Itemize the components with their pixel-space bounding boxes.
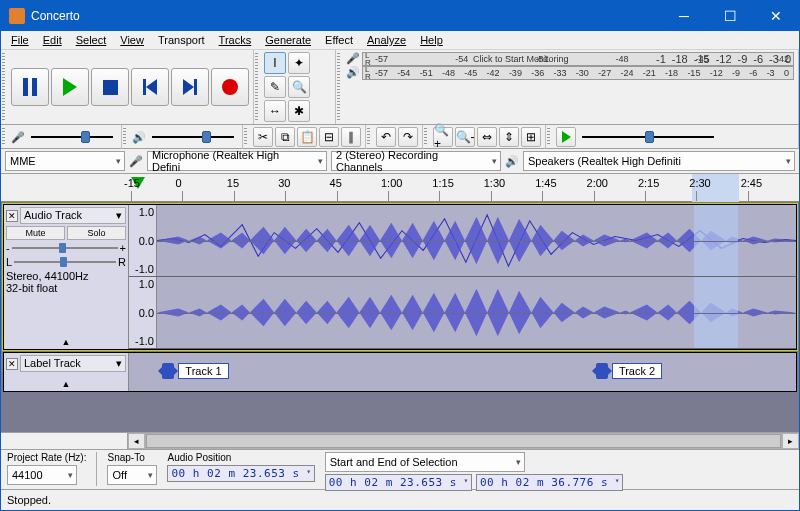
- pause-button[interactable]: [11, 68, 49, 106]
- skip-end-button[interactable]: [171, 68, 209, 106]
- scroll-right-button[interactable]: ▸: [782, 433, 799, 449]
- toolbar-row-2: ✂ ⧉ 📋 ⊟ ∥ ↶ ↷ 🔍+ 🔍- ⇔ ⇕ ⊞: [1, 125, 799, 149]
- rec-device-select[interactable]: Microphone (Realtek High Defini: [147, 151, 327, 171]
- fit-selection-button[interactable]: ⇔: [477, 127, 497, 147]
- play-meter[interactable]: LR -57-54-51-48-45-42-39-36-33-30-27-24-…: [362, 66, 794, 80]
- label-area[interactable]: Track 1 Track 2: [129, 353, 796, 391]
- close-button[interactable]: ✕: [753, 1, 799, 31]
- menu-generate[interactable]: Generate: [259, 33, 317, 47]
- copy-button[interactable]: ⧉: [275, 127, 295, 147]
- toolbar-row-1: I ✦ ✎ 🔍 ↔ ✱ LR -57-54-51-48-45-42 Click …: [1, 50, 799, 125]
- collapse-button[interactable]: ▲: [6, 379, 126, 389]
- maximize-button[interactable]: ☐: [707, 1, 753, 31]
- mic-icon: [346, 52, 362, 66]
- label-handle-icon[interactable]: [596, 363, 608, 379]
- track-format-info: Stereo, 44100Hz32-bit float: [6, 270, 126, 294]
- menu-tracks[interactable]: Tracks: [213, 33, 258, 47]
- audio-position-field[interactable]: 00 h 02 m 23.653 s: [167, 465, 314, 482]
- tools-toolbar: I ✦ ✎ 🔍 ↔ ✱: [254, 50, 336, 124]
- envelope-tool[interactable]: ✦: [288, 52, 310, 74]
- project-rate-select[interactable]: 44100: [7, 465, 77, 485]
- speaker-icon: [346, 66, 362, 80]
- skip-start-button[interactable]: [131, 68, 169, 106]
- play-volume-slider[interactable]: [148, 130, 238, 144]
- playback-speed-slider[interactable]: [578, 130, 718, 144]
- selection-start-field[interactable]: 00 h 02 m 23.653 s: [325, 474, 472, 491]
- window-title: Concerto: [31, 9, 661, 23]
- zoom-tool[interactable]: 🔍: [288, 76, 310, 98]
- gain-slider[interactable]: -+: [6, 242, 126, 254]
- menu-edit[interactable]: Edit: [37, 33, 68, 47]
- paste-button[interactable]: 📋: [297, 127, 317, 147]
- label-handle-icon[interactable]: [162, 363, 174, 379]
- menu-analyze[interactable]: Analyze: [361, 33, 412, 47]
- silence-button[interactable]: ∥: [341, 127, 361, 147]
- collapse-button[interactable]: ▲: [6, 337, 126, 347]
- pan-slider[interactable]: LR: [6, 256, 126, 268]
- menu-effect[interactable]: Effect: [319, 33, 359, 47]
- solo-button[interactable]: Solo: [67, 226, 126, 240]
- audio-position-label: Audio Position: [167, 452, 314, 463]
- stop-button[interactable]: [91, 68, 129, 106]
- selection-mode-select[interactable]: Start and End of Selection: [325, 452, 525, 472]
- timeline-ruler[interactable]: -1501530451:001:151:301:452:002:152:302:…: [1, 174, 799, 202]
- menu-view[interactable]: View: [114, 33, 150, 47]
- menu-file[interactable]: File: [5, 33, 35, 47]
- play-device-select[interactable]: Speakers (Realtek High Definiti: [523, 151, 795, 171]
- redo-button[interactable]: ↷: [398, 127, 418, 147]
- device-toolbar: MME Microphone (Realtek High Defini 2 (S…: [1, 149, 799, 174]
- audio-host-select[interactable]: MME: [5, 151, 125, 171]
- menu-select[interactable]: Select: [70, 33, 113, 47]
- track-name-dropdown[interactable]: Audio Track▾: [20, 207, 126, 224]
- channel-left: 1.00.0-1.0: [129, 205, 796, 277]
- track-close-button[interactable]: ✕: [6, 358, 18, 370]
- selection-tool[interactable]: I: [264, 52, 286, 74]
- rec-channels-select[interactable]: 2 (Stereo) Recording Channels: [331, 151, 501, 171]
- scroll-left-button[interactable]: ◂: [128, 433, 145, 449]
- vertical-scale[interactable]: 1.00.0-1.0: [129, 205, 157, 276]
- mixer-play-toolbar: [122, 125, 243, 149]
- track-control-panel: ✕ Label Track▾ ▲: [4, 353, 129, 391]
- zoom-in-button[interactable]: 🔍+: [433, 127, 453, 147]
- snap-to-select[interactable]: Off: [107, 465, 157, 485]
- horizontal-scrollbar[interactable]: ◂ ▸: [1, 432, 799, 449]
- title-bar: Concerto ─ ☐ ✕: [1, 1, 799, 31]
- label-track[interactable]: ✕ Label Track▾ ▲ Track 1 Track 2: [3, 352, 797, 392]
- snap-to-label: Snap-To: [107, 452, 157, 463]
- menu-help[interactable]: Help: [414, 33, 449, 47]
- undo-toolbar: ↶ ↷: [366, 125, 423, 149]
- multi-tool[interactable]: ✱: [288, 100, 310, 122]
- play-at-speed-button[interactable]: [556, 127, 576, 147]
- menu-bar: File Edit Select View Transport Tracks G…: [1, 31, 799, 50]
- mixer-rec-toolbar: [1, 125, 122, 149]
- mic-icon: [11, 131, 25, 144]
- audio-track[interactable]: ✕ Audio Track▾ Mute Solo -+ LR Stereo, 4…: [3, 204, 797, 350]
- timeshift-tool[interactable]: ↔: [264, 100, 286, 122]
- minimize-button[interactable]: ─: [661, 1, 707, 31]
- trim-button[interactable]: ⊟: [319, 127, 339, 147]
- rec-meter-toolbar: LR -57-54-51-48-45-42 Click to Start Mon…: [336, 50, 799, 124]
- waveform-area[interactable]: 1.00.0-1.0 1.00.0-1.0: [129, 205, 796, 349]
- rec-volume-slider[interactable]: [27, 130, 117, 144]
- selection-toolbar: Project Rate (Hz): 44100 Snap-To Off Aud…: [1, 449, 799, 489]
- record-button[interactable]: [211, 68, 249, 106]
- play-at-speed-toolbar: [546, 125, 799, 149]
- menu-transport[interactable]: Transport: [152, 33, 211, 47]
- track-close-button[interactable]: ✕: [6, 210, 18, 222]
- zoom-out-button[interactable]: 🔍-: [455, 127, 475, 147]
- undo-button[interactable]: ↶: [376, 127, 396, 147]
- zoom-toggle-button[interactable]: ⊞: [521, 127, 541, 147]
- selection-end-field[interactable]: 00 h 02 m 36.776 s: [476, 474, 623, 491]
- transport-toolbar: [1, 50, 254, 124]
- label-marker[interactable]: Track 1: [162, 363, 228, 379]
- status-text: Stopped.: [7, 494, 51, 506]
- label-marker[interactable]: Track 2: [596, 363, 662, 379]
- mute-button[interactable]: Mute: [6, 226, 65, 240]
- draw-tool[interactable]: ✎: [264, 76, 286, 98]
- play-button[interactable]: [51, 68, 89, 106]
- fit-project-button[interactable]: ⇕: [499, 127, 519, 147]
- rec-meter[interactable]: LR -57-54-51-48-45-42 Click to Start Mon…: [362, 52, 794, 66]
- cut-button[interactable]: ✂: [253, 127, 273, 147]
- vertical-scale[interactable]: 1.00.0-1.0: [129, 277, 157, 348]
- track-name-dropdown[interactable]: Label Track▾: [20, 355, 126, 372]
